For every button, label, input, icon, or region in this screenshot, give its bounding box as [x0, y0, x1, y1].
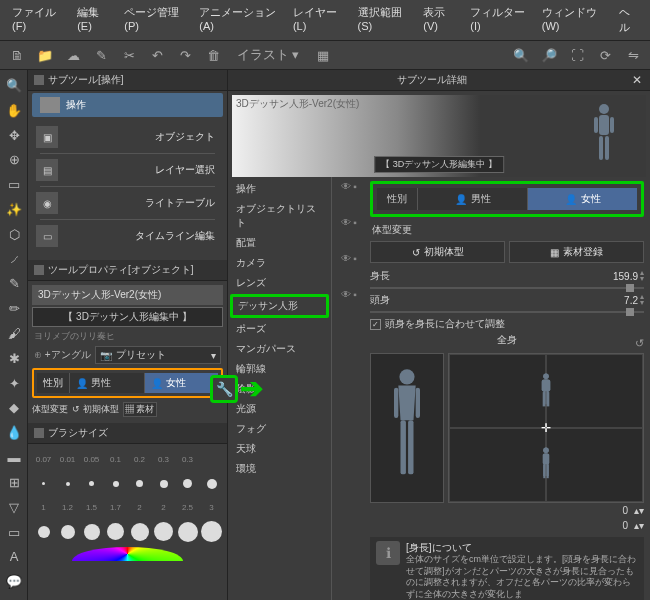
zoom-out-icon[interactable]: 🔎	[536, 44, 562, 66]
doc-selector[interactable]: イラスト ▾	[228, 44, 308, 66]
menu-layer[interactable]: レイヤー(L)	[285, 2, 350, 38]
subtool-light-table[interactable]: ◉ライトテーブル	[32, 189, 223, 217]
brush-dot[interactable]	[152, 472, 175, 495]
menu-help[interactable]: ヘル	[611, 2, 646, 38]
canvas-icon[interactable]: ▦	[310, 44, 336, 66]
brush-dot[interactable]	[80, 472, 103, 495]
blend-tool-icon[interactable]: 💧	[2, 421, 26, 444]
preset-dropdown[interactable]: 📷プリセット▾	[95, 346, 221, 364]
cat-lens[interactable]: レンズ	[228, 273, 331, 293]
menu-file[interactable]: ファイル(F)	[4, 2, 69, 38]
airbrush-tool-icon[interactable]: ✱	[2, 347, 26, 370]
brush-value[interactable]: 0.05	[80, 448, 103, 471]
brush-value[interactable]: 2	[128, 496, 151, 519]
eye-icon[interactable]: 👁	[341, 253, 351, 264]
lasso-tool-icon[interactable]: ⬡	[2, 223, 26, 246]
brush-dot[interactable]	[104, 472, 127, 495]
cut-icon[interactable]: ✂	[116, 44, 142, 66]
reset-body-button[interactable]: ↺初期体型	[370, 241, 505, 263]
operation-tool-icon[interactable]: ✥	[2, 124, 26, 147]
text-tool-icon[interactable]: A	[2, 545, 26, 568]
brush-tool-icon[interactable]: 🖌	[2, 322, 26, 345]
marquee-tool-icon[interactable]: ▭	[2, 173, 26, 196]
link-icon[interactable]: ▪	[353, 181, 357, 192]
brush-value[interactable]: 0.1	[104, 448, 127, 471]
link-icon[interactable]: ▪	[353, 253, 357, 264]
subtool-object[interactable]: ▣オブジェクト	[32, 123, 223, 151]
wand-tool-icon[interactable]: ✨	[2, 198, 26, 221]
menu-select[interactable]: 選択範囲(S)	[350, 2, 416, 38]
hand-tool-icon[interactable]: ✋	[2, 99, 26, 122]
brush-dot[interactable]	[128, 520, 151, 543]
body-type-grid[interactable]: ✛	[448, 353, 644, 503]
reset-body-small[interactable]: ↺ 初期体型	[72, 403, 119, 416]
gender-female-detail[interactable]: 👤女性	[528, 188, 637, 210]
cat-fog[interactable]: フォグ	[228, 419, 331, 439]
brush-value[interactable]: 1.7	[104, 496, 127, 519]
spin-y-value[interactable]: 0	[622, 520, 628, 531]
brush-value[interactable]: 0.07	[32, 448, 55, 471]
brush-dot[interactable]	[200, 472, 223, 495]
frame-tool-icon[interactable]: ▭	[2, 521, 26, 544]
link-icon[interactable]: ▪	[353, 289, 357, 300]
wrench-icon[interactable]: 🔧	[210, 375, 238, 403]
cat-objectlist[interactable]: オブジェクトリスト	[228, 199, 331, 233]
eye-icon[interactable]: 👁	[341, 181, 351, 192]
color-wheel[interactable]	[72, 547, 183, 561]
brush-value[interactable]: 1.2	[56, 496, 79, 519]
cat-manga-pers[interactable]: マンガパース	[228, 339, 331, 359]
menu-filter[interactable]: フィルター(I)	[462, 2, 533, 38]
cat-drawing-doll[interactable]: デッサン人形	[230, 294, 329, 318]
open-icon[interactable]: 📁	[32, 44, 58, 66]
brush-dot[interactable]	[104, 520, 127, 543]
brush-dot[interactable]	[176, 472, 199, 495]
brush-dot[interactable]	[176, 520, 199, 543]
brush-value[interactable]: 3	[200, 496, 223, 519]
eraser-tool-icon[interactable]: ◆	[2, 397, 26, 420]
figure-tool-icon[interactable]: ▽	[2, 496, 26, 519]
reset-icon[interactable]: ↺	[635, 337, 644, 350]
fit-checkbox[interactable]: ✓	[370, 319, 381, 330]
menu-page[interactable]: ページ管理(P)	[116, 2, 191, 38]
menu-view[interactable]: 表示(V)	[415, 2, 462, 38]
brush-value[interactable]: 2	[152, 496, 175, 519]
magnify-tool-icon[interactable]: 🔍	[2, 74, 26, 97]
pen-tool-icon[interactable]: ✎	[2, 273, 26, 296]
redo-icon[interactable]: ↷	[172, 44, 198, 66]
eye-icon[interactable]: 👁	[341, 217, 351, 228]
height-value[interactable]: 159.9	[613, 271, 638, 282]
gender-male-detail[interactable]: 👤男性	[418, 188, 527, 210]
brush-dot[interactable]	[80, 520, 103, 543]
brush-dot[interactable]	[152, 520, 175, 543]
balloon-tool-icon[interactable]: 💬	[2, 570, 26, 593]
ruler-tool-icon[interactable]: ⟍	[2, 595, 26, 600]
eyedropper-tool-icon[interactable]: ⟋	[2, 248, 26, 271]
flip-icon[interactable]: ⇋	[620, 44, 646, 66]
heads-value[interactable]: 7.2	[624, 295, 638, 306]
save-icon[interactable]: ✎	[88, 44, 114, 66]
fill-tool-icon[interactable]: ▬	[2, 446, 26, 469]
brush-value[interactable]: 1	[32, 496, 55, 519]
close-icon[interactable]: ✕	[630, 73, 644, 87]
brush-dot[interactable]	[56, 472, 79, 495]
new-icon[interactable]: 🗎	[4, 44, 30, 66]
gender-female[interactable]: 👤女性	[145, 373, 219, 393]
cat-camera[interactable]: カメラ	[228, 253, 331, 273]
brush-dot[interactable]	[128, 472, 151, 495]
spin-x[interactable]: ▴▾	[634, 505, 644, 516]
brush-value[interactable]: 1.5	[80, 496, 103, 519]
menu-edit[interactable]: 編集(E)	[69, 2, 116, 38]
save-material-button[interactable]: ▦素材登録	[509, 241, 644, 263]
height-spinner[interactable]: ▴▾	[640, 270, 644, 282]
cat-layout[interactable]: 配置	[228, 233, 331, 253]
subtool-group-operation[interactable]: 操作	[32, 93, 223, 117]
move-layer-tool-icon[interactable]: ⊕	[2, 148, 26, 171]
deco-tool-icon[interactable]: ✦	[2, 372, 26, 395]
height-slider[interactable]	[370, 287, 644, 289]
cat-pose[interactable]: ポーズ	[228, 319, 331, 339]
brush-dot[interactable]	[32, 472, 55, 495]
subtool-timeline[interactable]: ▭タイムライン編集	[32, 222, 223, 250]
cat-sky[interactable]: 天球	[228, 439, 331, 459]
brush-value[interactable]: 0.3	[176, 448, 199, 471]
brush-value[interactable]: 2.5	[176, 496, 199, 519]
